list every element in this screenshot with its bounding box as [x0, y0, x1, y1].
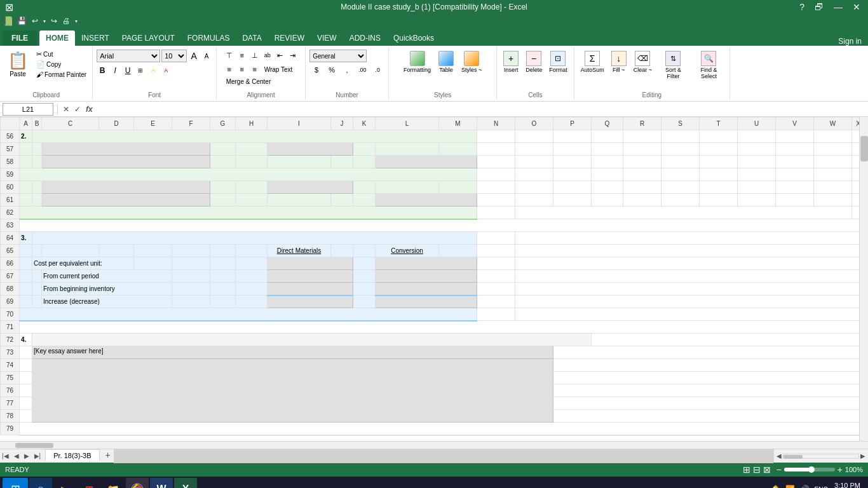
cell-U57[interactable] [738, 143, 776, 156]
cell-rest67[interactable] [515, 270, 865, 283]
sheet-nav-first[interactable]: |◀ [0, 452, 11, 460]
cell-V61[interactable] [776, 194, 814, 207]
cell-rest70[interactable] [515, 308, 865, 321]
col-header-B[interactable]: B [32, 118, 42, 130]
cell-N68[interactable] [477, 283, 515, 295]
cell-N62[interactable] [477, 207, 515, 219]
cell-F66[interactable] [172, 257, 210, 270]
col-header-T[interactable]: T [700, 118, 738, 130]
col-header-A[interactable]: A [20, 118, 32, 130]
col-header-W[interactable]: W [814, 118, 852, 130]
print-icon[interactable]: 🖨 [61, 17, 71, 25]
cell-A66[interactable] [20, 257, 32, 270]
cell-F68[interactable] [172, 283, 210, 295]
cell-U58[interactable] [738, 156, 776, 168]
decrease-font-button[interactable]: A [201, 50, 212, 62]
tab-insert[interactable]: INSERT [75, 30, 116, 46]
save-qat-icon[interactable]: 💾 [16, 17, 28, 25]
cell-T59[interactable] [700, 168, 738, 181]
cell-S57[interactable] [661, 143, 700, 156]
cell-rest75[interactable] [553, 372, 865, 384]
cell-H60[interactable] [236, 181, 268, 194]
cell-W60[interactable] [814, 181, 852, 194]
undo-icon[interactable]: ↩ [31, 17, 39, 25]
cell-A65[interactable] [20, 245, 32, 257]
taskbar-ie[interactable]: e [29, 478, 52, 488]
cell-W57[interactable] [814, 143, 852, 156]
restore-icon[interactable]: 🗗 [812, 2, 826, 12]
cell-G65[interactable] [210, 245, 236, 257]
cell-T61[interactable] [700, 194, 738, 207]
cell-A59[interactable] [20, 168, 477, 181]
cell-T56[interactable] [700, 130, 738, 143]
cell-B67[interactable] [32, 270, 42, 283]
cell-L58-merged[interactable] [376, 156, 477, 168]
cell-rest64[interactable] [515, 232, 865, 245]
zoom-slider[interactable] [784, 468, 835, 471]
cell-G68[interactable] [210, 283, 236, 295]
network-icon[interactable]: 📶 [785, 485, 795, 488]
cell-O60[interactable] [515, 181, 553, 194]
cell-essay-78[interactable] [32, 410, 553, 423]
cell-S56[interactable] [661, 130, 700, 143]
cell-F67[interactable] [172, 270, 210, 283]
cell-B64[interactable] [32, 232, 477, 245]
cell-Q57[interactable] [592, 143, 623, 156]
cell-A79[interactable] [20, 423, 865, 435]
cell-B68[interactable] [32, 283, 42, 295]
confirm-formula-icon[interactable]: ✓ [73, 105, 82, 114]
align-center-button[interactable]: ≡ [236, 64, 248, 75]
cell-I60-merged[interactable] [268, 181, 353, 194]
taskbar-word[interactable]: W [150, 478, 173, 488]
cell-A57[interactable] [20, 143, 32, 156]
number-format-select[interactable]: General [309, 50, 367, 62]
underline-button[interactable]: U [122, 65, 133, 76]
scroll-right-icon[interactable]: ▶ [860, 452, 865, 459]
taskbar-media[interactable]: ▶ [53, 478, 76, 488]
cell-T60[interactable] [700, 181, 738, 194]
cancel-formula-icon[interactable]: ✕ [62, 105, 71, 114]
col-header-H[interactable]: H [236, 118, 268, 130]
cell-L57[interactable] [376, 143, 439, 156]
fill-button[interactable]: ↓ Fill ~ [609, 50, 629, 74]
cell-N67[interactable] [477, 270, 515, 283]
sort-filter-button[interactable]: ⇅ Sort & Filter [656, 50, 690, 81]
cell-T58[interactable] [700, 156, 738, 168]
cell-rest73[interactable] [553, 346, 865, 359]
cell-C68[interactable]: From beginning inventory [42, 283, 172, 295]
tab-page-layout[interactable]: PAGE LAYOUT [116, 30, 181, 46]
cell-H67[interactable] [236, 270, 268, 283]
format-as-table-button[interactable]: Table [436, 50, 456, 74]
cell-K69[interactable] [353, 295, 376, 308]
cell-H58[interactable] [236, 156, 268, 168]
cell-K66[interactable] [353, 257, 376, 270]
cell-A62[interactable] [20, 207, 477, 219]
col-header-F[interactable]: F [172, 118, 210, 130]
text-direction-button[interactable]: ab [262, 50, 273, 61]
cell-V60[interactable] [776, 181, 814, 194]
cell-V57[interactable] [776, 143, 814, 156]
cell-N69[interactable] [477, 295, 515, 308]
cell-N58[interactable] [477, 156, 515, 168]
cell-essay-76[interactable] [32, 384, 553, 397]
cell-J61[interactable] [331, 194, 353, 207]
cell-Q56[interactable] [592, 130, 623, 143]
name-box[interactable] [3, 103, 53, 116]
col-header-V[interactable]: V [776, 118, 814, 130]
cell-C60-merged[interactable] [42, 181, 210, 194]
italic-button[interactable]: I [109, 65, 121, 76]
fx-icon[interactable]: fx [85, 105, 94, 114]
fill-color-button[interactable]: A [147, 65, 159, 76]
cell-A73[interactable] [20, 346, 32, 359]
cell-P59[interactable] [553, 168, 592, 181]
start-button[interactable]: ⊞ [3, 478, 28, 488]
cell-N66[interactable] [477, 257, 515, 270]
cell-H57[interactable] [236, 143, 268, 156]
cell-K60[interactable] [353, 181, 376, 194]
cell-C57-merged[interactable] [42, 143, 210, 156]
bottom-hscroll-thumb[interactable] [783, 455, 803, 459]
insert-button[interactable]: + Insert [501, 50, 521, 74]
autosum-button[interactable]: Σ AutoSum [578, 50, 607, 74]
cell-L69-merged[interactable] [376, 295, 477, 308]
cell-B60[interactable] [32, 181, 42, 194]
